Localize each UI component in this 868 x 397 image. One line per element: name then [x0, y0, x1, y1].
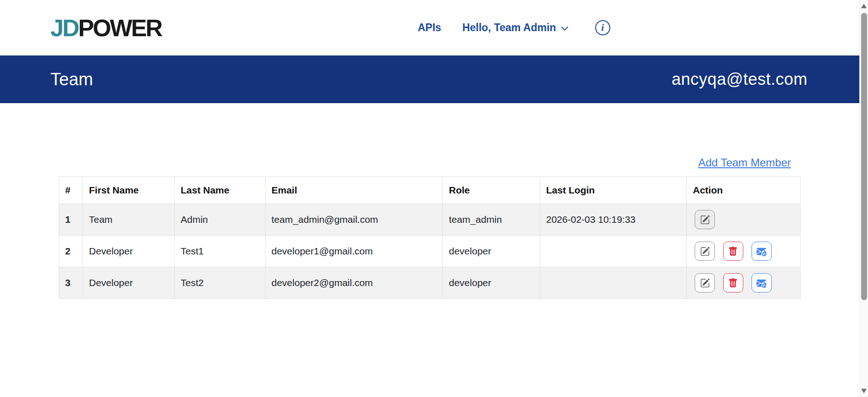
cell-last-name: Admin [175, 204, 265, 236]
edit-button[interactable] [695, 273, 715, 292]
top-nav: APIs Hello, Team Admin i [418, 0, 610, 55]
cell-first-name: Developer [83, 236, 175, 267]
logo-jd-text: JD [50, 15, 78, 41]
cell-first-name: Team [83, 204, 175, 236]
user-menu[interactable]: Hello, Team Admin [462, 22, 568, 34]
add-team-member-link[interactable]: Add Team Member [698, 156, 791, 169]
trash-icon [728, 247, 738, 256]
table-row: 2 Developer Test1 developer1@gmail.com d… [59, 236, 801, 267]
info-icon[interactable]: i [595, 20, 610, 35]
cell-last-login [540, 236, 687, 267]
col-header-last-name: Last Name [175, 177, 265, 204]
top-header: JDPOWER APIs Hello, Team Admin i [0, 0, 868, 55]
delete-button[interactable] [723, 273, 743, 292]
cell-first-name: Developer [83, 267, 175, 299]
cell-last-name: Test1 [175, 236, 265, 267]
edit-pencil-square-icon [700, 247, 710, 256]
cell-number: 1 [59, 204, 83, 236]
cell-email: team_admin@gmail.com [265, 204, 443, 236]
cell-role: developer [443, 236, 540, 267]
cell-last-login: 2026-02-03 10:19:33 [540, 204, 687, 236]
cell-email: developer1@gmail.com [265, 236, 443, 267]
page-banner: Team ancyqa@test.com [0, 55, 868, 103]
account-email: ancyqa@test.com [672, 70, 807, 89]
team-table: # First Name Last Name Email Role Last L… [59, 176, 801, 299]
cell-actions [687, 204, 801, 236]
edit-button[interactable] [695, 210, 715, 229]
col-header-email: Email [265, 177, 443, 204]
cell-role: developer [443, 267, 540, 299]
nav-apis-label: APIs [418, 22, 441, 34]
user-greeting-label: Hello, Team Admin [462, 22, 556, 34]
nav-apis-link[interactable]: APIs [418, 22, 441, 34]
chevron-down-icon [561, 26, 569, 31]
table-row: 1 Team Admin team_admin@gmail.com team_a… [59, 204, 801, 236]
cell-last-login [540, 267, 687, 299]
logo-power-text: POWER [78, 15, 161, 41]
edit-button[interactable] [695, 242, 715, 261]
vertical-scrollbar [859, 0, 868, 397]
cell-last-name: Test2 [175, 267, 265, 299]
cell-number: 3 [59, 267, 83, 299]
table-row: 3 Developer Test2 developer2@gmail.com d… [59, 267, 801, 299]
cell-email: developer2@gmail.com [265, 267, 443, 299]
col-header-role: Role [443, 177, 540, 204]
col-header-action: Action [687, 177, 801, 204]
cell-role: team_admin [443, 204, 540, 236]
col-header-number: # [59, 177, 83, 204]
edit-pencil-square-icon [700, 278, 710, 288]
cell-actions [687, 267, 801, 299]
cell-actions [687, 236, 801, 267]
page-title: Team [50, 70, 93, 89]
scrollbar-up-arrow-icon[interactable] [861, 4, 867, 8]
envelope-at-icon [757, 278, 766, 288]
scrollbar-thumb[interactable] [861, 13, 867, 300]
edit-pencil-square-icon [700, 215, 710, 225]
cell-number: 2 [59, 236, 83, 267]
table-header: # First Name Last Name Email Role Last L… [59, 177, 801, 204]
main-content: Add Team Member # First Name Last Name E… [59, 156, 800, 299]
envelope-at-icon [757, 247, 766, 256]
scrollbar-down-arrow-icon[interactable] [861, 389, 867, 393]
send-email-button[interactable] [752, 273, 772, 292]
table-toolbar: Add Team Member [59, 156, 800, 169]
trash-icon [728, 278, 738, 288]
col-header-first-name: First Name [83, 177, 175, 204]
delete-button[interactable] [723, 242, 743, 261]
send-email-button[interactable] [752, 242, 772, 261]
jdpower-logo: JDPOWER [50, 16, 161, 40]
col-header-last-login: Last Login [540, 177, 687, 204]
